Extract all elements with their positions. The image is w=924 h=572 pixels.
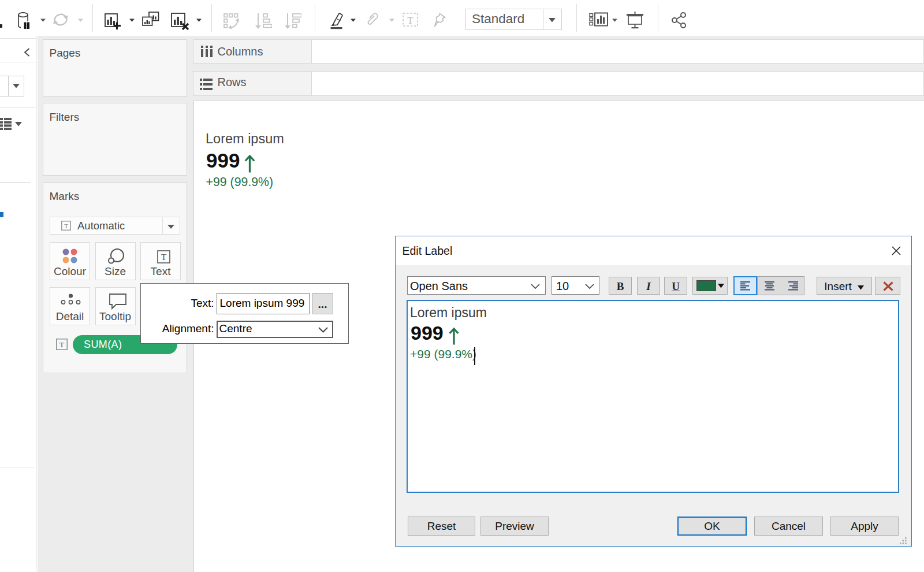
svg-text:T: T <box>407 14 413 25</box>
svg-text:T: T <box>161 252 166 262</box>
svg-text:T: T <box>64 222 68 229</box>
svg-text:T: T <box>59 340 64 349</box>
